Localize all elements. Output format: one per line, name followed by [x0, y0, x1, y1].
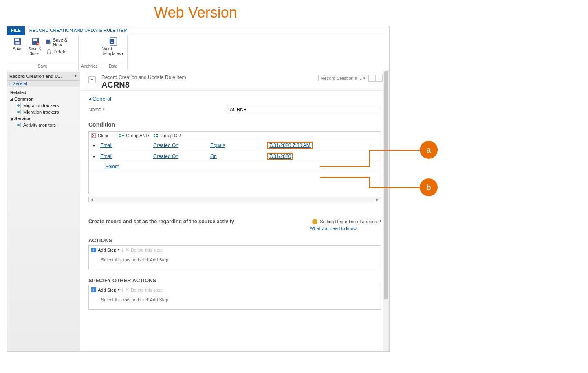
group-or-icon — [154, 133, 159, 138]
svg-text:W: W — [110, 40, 113, 44]
warning-icon: ! — [312, 219, 317, 224]
save-button[interactable]: Save — [9, 36, 26, 57]
ribbon: Save Save & Close Save & New — [7, 35, 389, 70]
other-actions-empty-text[interactable]: Select this row and click Add Step. — [89, 294, 381, 305]
ribbon-group-data: W Word Templates ▾ Data — [99, 35, 128, 70]
save-new-icon — [46, 39, 51, 45]
form-selector[interactable]: Record Creation a...▼ — [318, 75, 369, 81]
section-general[interactable]: ◢ General — [88, 96, 381, 102]
group-and-icon — [119, 133, 124, 138]
ribbon-group-analytics-label: Analytics — [81, 63, 96, 69]
save-new-button[interactable]: Save & New — [45, 37, 76, 48]
entity-icon — [16, 103, 21, 108]
sidebar-header[interactable]: Record Creation and U... ▼ — [7, 72, 80, 81]
chevron-down-icon[interactable]: ▾ — [93, 143, 100, 148]
what-you-need-link[interactable]: What you need to know — [88, 226, 381, 231]
cond-op-0[interactable]: Equals — [210, 143, 225, 148]
svg-rect-21 — [122, 135, 124, 136]
close-icon: ✕ — [126, 287, 129, 292]
save-new-label: Save & New — [53, 37, 75, 47]
svg-rect-4 — [33, 39, 37, 41]
cond-value-0[interactable]: 7/31/2020 7:30 AM — [269, 143, 311, 148]
add-step-icon — [91, 287, 96, 292]
clear-icon — [91, 133, 96, 138]
condition-row-0[interactable]: ▾ Email Created On Equals 7/31/2020 7:30… — [89, 140, 381, 151]
actions-empty-text[interactable]: Select this row and click Add Step. — [89, 254, 381, 265]
sidebar-item-migration-trackers-1[interactable]: Migration trackers — [7, 109, 80, 115]
delete-step-button-other: ✕Delete this step. — [126, 287, 163, 292]
add-step-button[interactable]: Add Step▾ — [91, 248, 119, 252]
tab-record-rule-item[interactable]: RECORD CREATION AND UPDATE RULE ITEM — [25, 26, 132, 35]
condition-row-1[interactable]: ▾ Email Created On On 7/31/2020 — [89, 151, 381, 162]
svg-rect-2 — [15, 42, 19, 44]
svg-point-14 — [17, 111, 20, 113]
group-or-button[interactable]: Group OR — [154, 133, 181, 138]
other-actions-title: SPECIFY OTHER ACTIONS — [88, 277, 381, 283]
add-step-button-other[interactable]: Add Step▾ — [91, 287, 119, 292]
word-templates-button[interactable]: W Word Templates ▾ — [101, 36, 125, 57]
name-input[interactable] — [227, 105, 381, 114]
clear-button[interactable]: Clear — [91, 133, 108, 138]
svg-rect-19 — [119, 134, 121, 135]
app-window: FILE RECORD CREATION AND UPDATE RULE ITE… — [7, 26, 390, 352]
name-label: Name * — [88, 107, 227, 112]
chevron-down-icon: ▼ — [74, 74, 77, 78]
cond-entity-1[interactable]: Email — [100, 154, 112, 159]
setting-regarding-text: Setting Regarding of a record? — [320, 219, 381, 224]
sidebar-header-label: Record Creation and U... — [9, 74, 62, 79]
cond-op-1[interactable]: On — [210, 154, 217, 159]
close-icon: ✕ — [126, 247, 129, 252]
delete-button[interactable]: Delete — [45, 48, 76, 55]
svg-rect-24 — [156, 134, 158, 135]
sidebar-related-label: Related — [7, 87, 80, 96]
record-title: ACRN8 — [101, 80, 314, 90]
delete-step-button: ✕Delete this step. — [126, 247, 163, 252]
cond-field-0[interactable]: Created On — [153, 143, 178, 148]
nav-down-button[interactable]: ↓ — [375, 75, 383, 82]
scroll-left-icon: ◀ — [90, 197, 93, 202]
entity-icon — [16, 123, 21, 127]
nav-up-button[interactable]: ↑ — [368, 75, 376, 82]
svg-point-16 — [17, 124, 20, 126]
create-record-text: Create record and set as the regarding o… — [88, 219, 234, 224]
cond-value-1[interactable]: 7/31/2020 — [269, 154, 291, 159]
save-close-label: Save & Close — [28, 47, 43, 56]
condition-select-row[interactable]: Select — [89, 162, 381, 171]
svg-rect-23 — [154, 136, 155, 137]
group-and-button[interactable]: Group AND — [119, 133, 149, 138]
entity-icon — [16, 110, 21, 114]
main-area: Record Creation and Update Rule Item ACR… — [80, 70, 389, 351]
chevron-down-icon: ▾ — [122, 52, 123, 56]
trash-icon — [46, 49, 52, 55]
word-icon: W — [109, 37, 118, 46]
select-link[interactable]: Select — [105, 164, 119, 169]
form-content: ◢ General Name * Condition Clear | Group… — [80, 91, 389, 347]
svg-rect-20 — [119, 136, 121, 137]
tab-file[interactable]: FILE — [7, 26, 25, 35]
scroll-right-icon: ▶ — [376, 197, 379, 202]
breadcrumb: Record Creation and Update Rule Item — [101, 75, 314, 80]
add-step-icon — [91, 248, 96, 252]
ribbon-group-analytics: Analytics — [79, 35, 99, 70]
vertical-scrollbar[interactable] — [383, 70, 389, 351]
chevron-down-icon[interactable]: ▾ — [93, 154, 100, 159]
actions-box: Add Step▾ | ✕Delete this step. Select th… — [88, 245, 381, 270]
delete-label: Delete — [53, 49, 66, 54]
sidebar-general-link[interactable]: L General — [7, 81, 80, 87]
sidebar-group-common[interactable]: ◢ Common — [7, 96, 80, 102]
save-close-icon — [31, 37, 40, 46]
sidebar-group-service[interactable]: ◢ Service — [7, 115, 80, 122]
sidebar-item-activity-monitors[interactable]: Activity monitors — [7, 122, 80, 128]
ribbon-group-save: Save Save & Close Save & New — [7, 35, 79, 70]
condition-label: Condition — [88, 121, 381, 128]
svg-rect-25 — [156, 136, 158, 137]
cond-field-1[interactable]: Created On — [153, 154, 178, 159]
save-close-button[interactable]: Save & Close — [27, 36, 44, 57]
save-icon — [13, 37, 22, 46]
cond-entity-0[interactable]: Email — [100, 143, 112, 148]
caret-down-icon: ◢ — [10, 117, 13, 121]
sidebar-item-migration-trackers-0[interactable]: Migration trackers — [7, 102, 80, 109]
other-actions-box: Add Step▾ | ✕Delete this step. Select th… — [88, 285, 381, 310]
horizontal-scrollbar[interactable]: ◀▶ — [88, 197, 381, 202]
record-icon — [87, 75, 97, 85]
